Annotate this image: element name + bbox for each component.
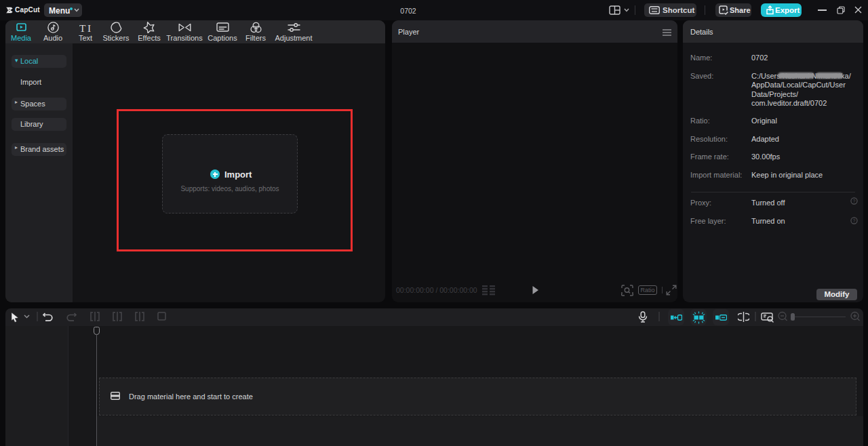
svg-text:?: ? — [853, 218, 856, 223]
svg-text:?: ? — [853, 199, 856, 203]
svg-text:T: T — [79, 22, 86, 33]
